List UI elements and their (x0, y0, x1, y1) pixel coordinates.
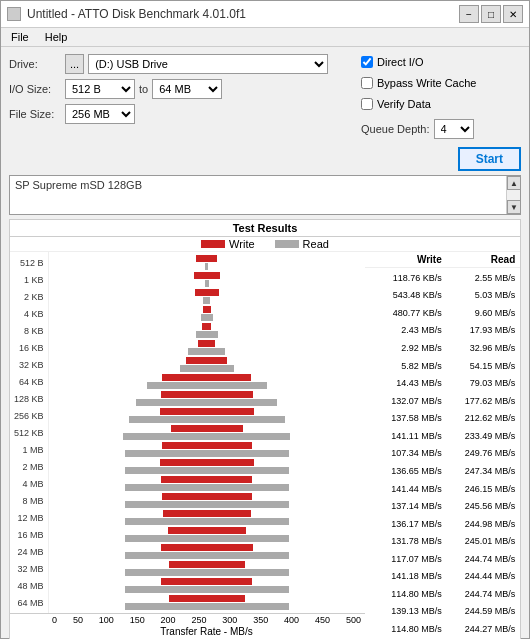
read-bar (205, 263, 208, 270)
bar-row (49, 390, 365, 407)
chart-label: 256 KB (14, 407, 44, 424)
bypass-cache-row: Bypass Write Cache (361, 74, 521, 92)
bar-row (49, 288, 365, 305)
direct-io-checkbox[interactable] (361, 56, 373, 68)
iosize-from-select[interactable]: 512 B (65, 79, 135, 99)
start-button[interactable]: Start (458, 147, 521, 171)
filesize-select[interactable]: 256 MB (65, 104, 135, 124)
close-button[interactable]: ✕ (503, 5, 523, 23)
benchmark-section: Test Results Write Read 512 B1 KB2 KB4 K… (9, 219, 521, 639)
chart-bars (49, 252, 365, 613)
read-value: 249.76 MB/s (443, 448, 515, 458)
legend-row: Write Read (10, 237, 520, 252)
x-axis-label: 300 (222, 615, 237, 625)
x-axis-label: 50 (73, 615, 83, 625)
chart-label: 32 KB (14, 356, 44, 373)
read-value: 244.74 MB/s (443, 589, 515, 599)
top-controls: Drive: ... (D:) USB Drive I/O Size: 512 … (9, 53, 521, 171)
read-legend-label: Read (303, 238, 329, 250)
write-legend: Write (201, 238, 254, 250)
data-row: 137.14 MB/s245.56 MB/s (365, 501, 520, 511)
bar-row (49, 305, 365, 322)
read-value: 244.98 MB/s (443, 519, 515, 529)
x-axis-label: 150 (130, 615, 145, 625)
filesize-row: File Size: 256 MB (9, 103, 353, 125)
chart-label: 4 MB (14, 475, 44, 492)
queue-depth-label: Queue Depth: (361, 123, 430, 135)
chart-right: Write Read 118.76 KB/s2.55 MB/s543.48 KB… (365, 252, 520, 639)
read-value: 2.55 MB/s (443, 273, 515, 283)
read-bar (188, 348, 225, 355)
chart-label: 16 KB (14, 339, 44, 356)
chart-label: 1 KB (14, 271, 44, 288)
x-axis-label: 500 (346, 615, 361, 625)
x-axis-label: 250 (191, 615, 206, 625)
verify-data-checkbox[interactable] (361, 98, 373, 110)
chart-label: 64 KB (14, 373, 44, 390)
data-row: 136.17 MB/s244.98 MB/s (365, 519, 520, 529)
maximize-button[interactable]: □ (481, 5, 501, 23)
write-value: 117.07 MB/s (370, 554, 442, 564)
scroll-down-btn[interactable]: ▼ (507, 200, 521, 214)
x-axis-labels: 050100150200250300350400450500 (48, 614, 365, 626)
read-value: 212.62 MB/s (443, 413, 515, 423)
write-value: 136.65 MB/s (370, 466, 442, 476)
bar-row (49, 594, 365, 611)
menu-help[interactable]: Help (41, 30, 72, 44)
bypass-write-cache-checkbox[interactable] (361, 77, 373, 89)
read-bar (125, 518, 289, 525)
minimize-button[interactable]: − (459, 5, 479, 23)
write-bar (168, 527, 246, 534)
x-axis-label: 200 (161, 615, 176, 625)
read-bar (125, 603, 289, 610)
iosize-to-select[interactable]: 64 MB (152, 79, 222, 99)
title-bar: Untitled - ATTO Disk Benchmark 4.01.0f1 … (1, 1, 529, 28)
bar-row (49, 407, 365, 424)
bar-row (49, 424, 365, 441)
read-bar (125, 552, 289, 559)
write-legend-label: Write (229, 238, 254, 250)
chart-right-header: Write Read (365, 252, 520, 268)
queue-depth-select[interactable]: 4 (434, 119, 474, 139)
menu-file[interactable]: File (7, 30, 33, 44)
read-bar (125, 501, 289, 508)
data-rows: 118.76 KB/s2.55 MB/s543.48 KB/s5.03 MB/s… (365, 268, 520, 639)
data-row: 139.13 MB/s244.59 MB/s (365, 606, 520, 616)
write-value: 107.34 MB/s (370, 448, 442, 458)
read-value: 245.56 MB/s (443, 501, 515, 511)
write-value: 131.78 MB/s (370, 536, 442, 546)
read-bar (125, 535, 289, 542)
bar-row (49, 509, 365, 526)
browse-button[interactable]: ... (65, 54, 84, 74)
write-bar (161, 544, 253, 551)
iosize-to-label: to (139, 83, 148, 95)
write-bar (198, 340, 215, 347)
read-bar (125, 467, 289, 474)
read-value: 247.34 MB/s (443, 466, 515, 476)
write-value: 480.77 KB/s (370, 308, 442, 318)
write-value: 2.92 MB/s (370, 343, 442, 353)
read-value: 245.01 MB/s (443, 536, 515, 546)
read-value: 244.74 MB/s (443, 554, 515, 564)
chart-label: 1 MB (14, 441, 44, 458)
read-legend: Read (275, 238, 329, 250)
read-bar (203, 297, 210, 304)
write-value: 137.58 MB/s (370, 413, 442, 423)
scroll-up-btn[interactable]: ▲ (507, 176, 521, 190)
write-value: 5.82 MB/s (370, 361, 442, 371)
title-bar-controls: − □ ✕ (459, 5, 523, 23)
verify-data-row: Verify Data (361, 95, 521, 113)
write-value: 139.13 MB/s (370, 606, 442, 616)
data-row: 2.92 MB/s32.96 MB/s (365, 343, 520, 353)
read-value: 244.44 MB/s (443, 571, 515, 581)
write-value: 114.80 MB/s (370, 589, 442, 599)
write-value: 141.11 MB/s (370, 431, 442, 441)
bar-row (49, 458, 365, 475)
drive-select[interactable]: (D:) USB Drive (88, 54, 328, 74)
write-value: 118.76 KB/s (370, 273, 442, 283)
write-bar (163, 510, 251, 517)
read-bar (125, 450, 289, 457)
read-value: 244.27 MB/s (443, 624, 515, 634)
read-value: 79.03 MB/s (443, 378, 515, 388)
read-bar (125, 586, 289, 593)
